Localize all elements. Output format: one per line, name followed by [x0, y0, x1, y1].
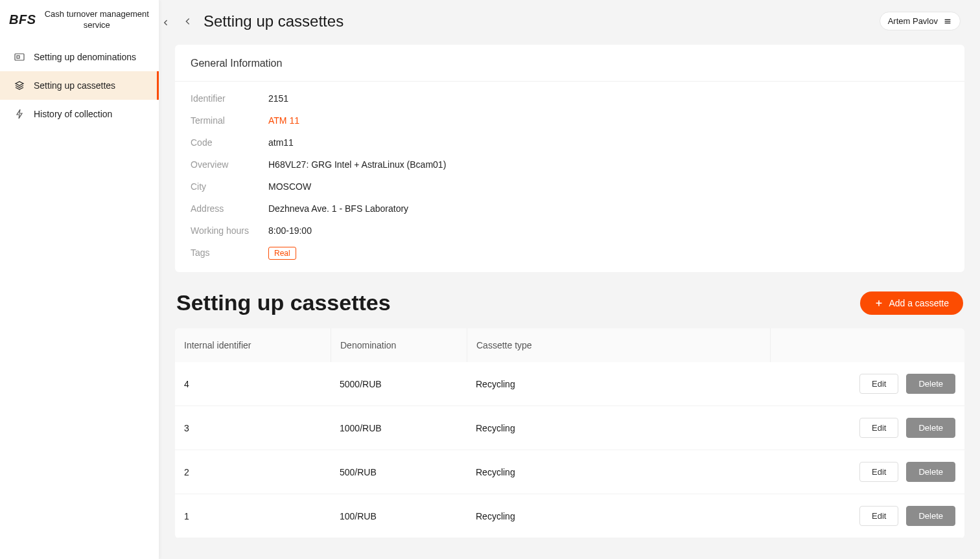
banknote-icon	[14, 52, 25, 62]
cassettes-section-header: Setting up cassettes Add a cassette	[176, 290, 963, 315]
cell-actions: Edit Delete	[770, 406, 964, 450]
sidebar-item-label: History of collection	[34, 109, 112, 119]
info-row-overview: Overview H68VL27: GRG Intel + AstraLinux…	[191, 159, 949, 170]
info-row-hours: Working hours 8:00-19:00	[191, 225, 949, 236]
info-value: H68VL27: GRG Intel + AstraLinux (Bcam01)	[268, 159, 446, 170]
user-name: Artem Pavlov	[888, 16, 938, 26]
stack-icon	[14, 80, 25, 91]
cell-type: Recycling	[467, 499, 770, 533]
info-row-code: Code atm11	[191, 137, 949, 148]
th-denomination[interactable]: Denomination	[331, 328, 467, 362]
delete-button[interactable]: Delete	[906, 506, 955, 526]
cell-type: Recycling	[467, 455, 770, 489]
cell-actions: Edit Delete	[770, 450, 964, 494]
sidebar-item-label: Setting up cassettes	[34, 80, 115, 91]
back-button[interactable]	[179, 12, 197, 30]
cell-denomination: 500/RUB	[331, 455, 467, 489]
cell-id: 4	[175, 367, 331, 401]
plus-icon	[874, 299, 883, 308]
th-internal-identifier[interactable]: Internal identifier	[175, 328, 331, 362]
cell-type: Recycling	[467, 367, 770, 401]
info-grid: Identifier 2151 Terminal ATM 11 Code atm…	[175, 82, 964, 272]
delete-button[interactable]: Delete	[906, 418, 955, 438]
info-value: MOSCOW	[268, 181, 311, 192]
info-value: atm11	[268, 137, 294, 148]
edit-button[interactable]: Edit	[859, 418, 898, 438]
table-header: Internal identifier Denomination Cassett…	[175, 328, 964, 362]
edit-button[interactable]: Edit	[859, 506, 898, 526]
add-cassette-label: Add a cassette	[889, 298, 949, 308]
page-title: Setting up cassettes	[204, 12, 880, 30]
info-row-identifier: Identifier 2151	[191, 93, 949, 104]
main: Setting up cassettes Artem Pavlov Genera…	[159, 0, 980, 559]
info-row-address: Address Dezhneva Ave. 1 - BFS Laboratory	[191, 203, 949, 214]
sidebar-collapse-handle[interactable]	[159, 13, 172, 32]
delete-button[interactable]: Delete	[906, 462, 955, 482]
table-row: 4 5000/RUB Recycling Edit Delete	[175, 362, 964, 406]
table-row: 3 1000/RUB Recycling Edit Delete	[175, 406, 964, 450]
cell-actions: Edit Delete	[770, 494, 964, 538]
sidebar-item-cassettes[interactable]: Setting up cassettes	[0, 71, 159, 100]
cell-denomination: 5000/RUB	[331, 367, 467, 401]
th-actions	[770, 328, 964, 362]
sidebar-item-history[interactable]: History of collection	[0, 100, 159, 128]
info-label: Working hours	[191, 225, 268, 236]
info-row-terminal: Terminal ATM 11	[191, 115, 949, 126]
lightning-icon	[14, 109, 25, 119]
info-row-city: City MOSCOW	[191, 181, 949, 192]
svg-rect-1	[17, 56, 19, 58]
chevron-left-icon	[183, 17, 192, 26]
add-cassette-button[interactable]: Add a cassette	[860, 291, 963, 315]
terminal-link[interactable]: ATM 11	[268, 115, 299, 126]
menu-icon	[943, 17, 952, 26]
cell-id: 1	[175, 499, 331, 533]
sidebar-nav: Setting up denominations Setting up cass…	[0, 43, 159, 128]
cell-id: 3	[175, 411, 331, 445]
th-cassette-type[interactable]: Cassette type	[467, 328, 770, 362]
sidebar-header: BFS Cash turnover management service	[0, 0, 159, 43]
info-value: 2151	[268, 93, 288, 104]
card-title: General Information	[175, 45, 964, 82]
info-label: Tags	[191, 247, 268, 258]
cell-denomination: 1000/RUB	[331, 411, 467, 445]
user-menu[interactable]: Artem Pavlov	[880, 12, 961, 30]
info-row-tags: Tags Real	[191, 247, 949, 258]
info-label: City	[191, 181, 268, 192]
general-info-card: General Information Identifier 2151 Term…	[175, 45, 964, 272]
info-label: Overview	[191, 159, 268, 170]
service-name: Cash turnover management service	[43, 9, 152, 31]
section-title: Setting up cassettes	[176, 290, 391, 315]
sidebar-item-denominations[interactable]: Setting up denominations	[0, 43, 159, 71]
cassettes-table: Internal identifier Denomination Cassett…	[175, 328, 964, 538]
tag-real: Real	[268, 247, 296, 260]
info-label: Address	[191, 203, 268, 214]
edit-button[interactable]: Edit	[859, 374, 898, 394]
info-value: 8:00-19:00	[268, 225, 312, 236]
delete-button[interactable]: Delete	[906, 374, 955, 394]
topbar: Setting up cassettes Artem Pavlov	[175, 0, 964, 45]
info-label: Identifier	[191, 93, 268, 104]
cell-denomination: 100/RUB	[331, 499, 467, 533]
info-label: Terminal	[191, 115, 268, 126]
sidebar: BFS Cash turnover management service Set…	[0, 0, 159, 559]
cell-type: Recycling	[467, 411, 770, 445]
cell-actions: Edit Delete	[770, 362, 964, 405]
brand-logo: BFS	[9, 12, 36, 27]
sidebar-item-label: Setting up denominations	[34, 52, 136, 62]
edit-button[interactable]: Edit	[859, 462, 898, 482]
table-row: 2 500/RUB Recycling Edit Delete	[175, 450, 964, 494]
cell-id: 2	[175, 455, 331, 489]
table-row: 1 100/RUB Recycling Edit Delete	[175, 494, 964, 538]
info-label: Code	[191, 137, 268, 148]
info-value: Dezhneva Ave. 1 - BFS Laboratory	[268, 203, 408, 214]
